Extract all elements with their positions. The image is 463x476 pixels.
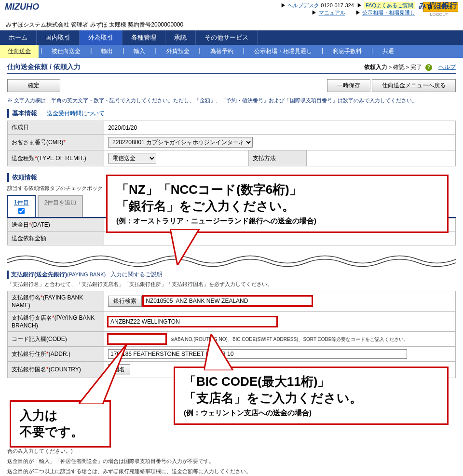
hours-link[interactable]: 送金受付時間について	[47, 109, 105, 118]
nav-foreign-deposit[interactable]: 外貨預金	[159, 45, 197, 58]
label-created: 作成日	[8, 121, 104, 135]
paying-note: 「支払銀行名」と合わせて、「支払銀行支店名」「支払銀行住所」「支払銀行国名」を必…	[7, 281, 456, 288]
footer-note-3: 送金目的が二つ以上に該当する場合は、みずほ銀行宛連絡事項欄に、送金金額毎に入力し…	[7, 468, 456, 475]
callout-unneeded: 入力は 不要です。	[10, 400, 111, 448]
nav-forward[interactable]: 為替予約	[203, 45, 241, 58]
logo: MIZUHO	[5, 2, 39, 12]
help-icon: ?	[425, 64, 432, 71]
tab-1-check[interactable]	[18, 208, 25, 214]
label-amount: 送金依頼金額	[8, 232, 104, 245]
breadcrumb: 依頼入力＞確認＞完了 ? ヘルプ	[364, 63, 456, 71]
paying-help-link[interactable]: 入力に関するご説明	[110, 271, 163, 278]
nav-fees[interactable]: 利息手数料	[325, 45, 369, 58]
remit-type-select[interactable]: 電信送金	[108, 153, 156, 163]
page-title: 仕向送金依頼 / 依頼入力	[7, 63, 81, 71]
footer-note-1: 合のみ入力してください。)	[7, 448, 456, 455]
basic-heading: 基本情報 送金受付時間について	[7, 109, 456, 118]
nav-forex[interactable]: 外為取引	[80, 30, 123, 45]
code-input[interactable]	[108, 334, 166, 344]
svg-marker-1	[204, 334, 233, 370]
manual-link[interactable]: マニュアル	[319, 10, 345, 15]
nav-rates[interactable]: 公示相場・相場見通し	[246, 45, 320, 58]
label-date: 送金日*(DATE)	[8, 218, 104, 232]
label-cmr: お客さま番号(CMR)*	[8, 135, 104, 150]
helpdesk-link[interactable]: ヘルプデスク	[287, 2, 319, 8]
addr-input[interactable]	[108, 349, 407, 359]
back-button[interactable]: 仕向送金メニューへ戻る	[372, 79, 456, 92]
label-remit-type: 送金種類*(TYPE OF REMIT.)	[8, 150, 104, 166]
tab-2-add[interactable]: 2件目を追加	[38, 195, 83, 217]
nav-main: ホーム 国内取引 外為取引 各種管理 承認 その他サービス	[0, 30, 463, 45]
nav-inward[interactable]: 被仕向送金	[44, 45, 88, 58]
faq-link[interactable]: FAQよくあるご質問	[364, 2, 415, 9]
nav-admin[interactable]: 各種管理	[123, 30, 165, 45]
nav-import[interactable]: 輸入	[126, 45, 153, 58]
tab-1[interactable]: 1件目	[7, 195, 36, 217]
nav-sub: 仕向送金| 被仕向送金| 輸出| 輸入| 外貨預金| 為替予約| 公示相場・相場…	[0, 45, 463, 58]
nav-other[interactable]: その他サービス	[196, 30, 258, 45]
bank-name: みずほ銀行	[419, 1, 457, 11]
basic-table: 作成日 2020/01/20 お客さま番号(CMR)* 2282208001 カ…	[7, 121, 456, 166]
input-note: ※ 文字入力欄は、半角の英大文字・数字・記号で入力してください。ただし、「金額」…	[7, 97, 456, 104]
nav-approval[interactable]: 承認	[165, 30, 196, 45]
callout-bic: 「BIC CODE(最大11桁)」 「支店名」をご入力ください。 (例：ウェリン…	[174, 367, 449, 425]
nav-export[interactable]: 輸出	[94, 45, 121, 58]
nav-domestic[interactable]: 国内取引	[37, 30, 80, 45]
paying-heading: 支払銀行(送金先銀行)(PAYING BANK) 入力に関するご説明	[7, 271, 456, 279]
nav-outward[interactable]: 仕向送金	[0, 45, 39, 58]
footer-note-2: 送金目的が「輸入」「仲居住者間送金」の場合は国際収支項目番号の入力が不要です。	[7, 458, 456, 465]
nav-home[interactable]: ホーム	[0, 30, 37, 45]
bank-search-button[interactable]: 銀行検索	[108, 296, 142, 307]
value-created: 2020/01/20	[104, 121, 456, 135]
callout-nz: 「NZ」「NCCコード(数字6桁)」 「銀行名」をご入力ください。 (例：オース…	[106, 175, 449, 233]
help-link[interactable]: ヘルプ	[438, 64, 456, 70]
confirm-button[interactable]: 確定	[7, 79, 60, 92]
wave-separator	[7, 252, 456, 267]
nav-common[interactable]: 共通	[375, 45, 402, 58]
bank-name-input[interactable]	[143, 296, 312, 306]
branch-input[interactable]	[108, 317, 277, 326]
svg-marker-0	[170, 229, 199, 265]
label-pay-method: 支払方法	[249, 150, 307, 166]
app-header: MIZUHO ▶ ヘルプデスク 0120-017-324 ▶ FAQよくあるご質…	[0, 0, 463, 19]
logout-en: LOGOUT	[420, 12, 458, 17]
rates-link[interactable]: 公示相場・相場見通し	[362, 10, 415, 15]
label-branch: 支払銀行支店名*(PAYING BANK BRANCH)	[8, 312, 104, 332]
save-button[interactable]: 一時保存	[327, 79, 370, 92]
label-bank-name: 支払銀行名*(PAYING BANK NAME)	[8, 291, 104, 312]
cmr-select[interactable]: 2282208001 カブシキガイシャホウジンインターネットシステムズ	[108, 137, 253, 148]
svg-marker-2	[79, 344, 127, 404]
user-context: みずほシステム株式会社 管理者 みずほ 太郎様 契約番号2000000000	[0, 19, 463, 30]
